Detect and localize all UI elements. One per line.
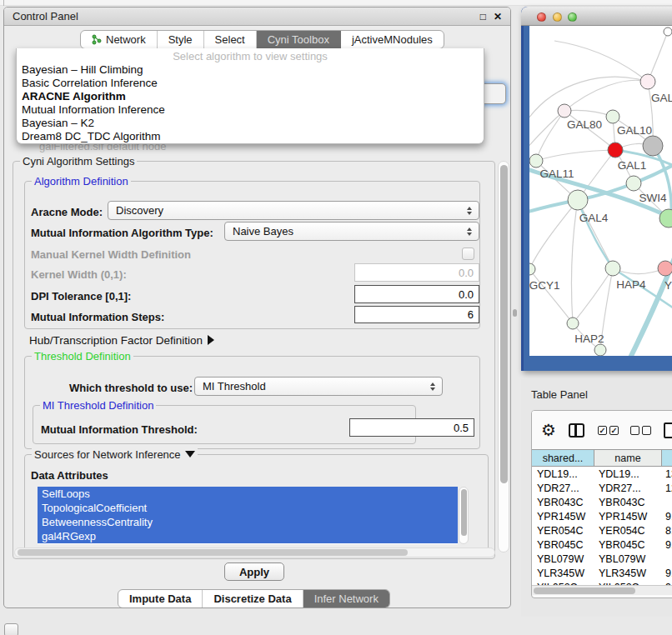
algorithm-option[interactable]: Basic Correlation Inference [17,77,484,90]
tab-impute-data[interactable]: Impute Data [118,590,203,608]
dpi-tolerance-field[interactable]: 0.0 [354,285,479,303]
network-edge[interactable] [564,80,648,111]
network-edge[interactable] [536,150,615,161]
mac-zoom-button[interactable] [568,12,577,22]
table-row[interactable]: YBR045CYBR045C9. [532,538,672,552]
node-label: GAL4 [579,212,609,224]
close-window-icon[interactable]: ✕ [494,11,502,22]
table-row[interactable]: YBR043CYBR043C [532,495,672,509]
tab-jactivemnodules[interactable]: jActiveMNodules [341,31,444,48]
table-toolbar: ⚙ ✓ ✓ [532,411,672,449]
table-row[interactable]: YDL19...YDL19...13 [532,467,672,481]
network-canvas[interactable]: GALGAL80GAL10GAL1GAL11SWI4GAL4GCY1HAP4YH… [529,26,672,356]
algorithm-option[interactable]: Bayesian – K2 [17,117,484,130]
mac-minimize-button[interactable] [553,12,562,22]
tab-discretize-data[interactable]: Discretize Data [203,590,303,608]
table-panel-title: Table Panel [531,388,588,401]
apply-button[interactable]: Apply [224,562,284,581]
network-node-gal80[interactable] [558,104,571,118]
mi-threshold-field[interactable]: 0.5 [349,418,474,437]
table-row[interactable]: YER054CYER054C8. [532,523,672,538]
attribute-item[interactable]: TopologicalCoefficient [38,501,458,515]
network-node-hap4[interactable] [605,261,620,276]
cyni-settings-title: Cyni Algorithm Settings [20,155,137,168]
column-layout-button[interactable] [569,423,584,438]
column-header[interactable]: name [594,450,662,466]
column-header[interactable]: A [662,450,672,466]
network-edge[interactable] [573,268,613,323]
table-cell: YDL19... [594,468,662,480]
mac-close-button[interactable] [537,12,546,22]
which-threshold-combo[interactable]: MI Threshold [194,377,443,396]
new-table-button[interactable] [664,422,672,438]
aracne-mode-combo[interactable]: Discovery [108,201,479,220]
table-cell: 9. [662,511,672,522]
algorithm-option[interactable]: Mutual Information Inference [17,103,484,117]
network-edge[interactable] [529,269,573,323]
aracne-mode-label: Aracne Mode: [31,206,103,218]
tab-network[interactable]: Network [81,31,158,48]
mi-type-value: Naive Bayes [233,225,463,238]
table-row[interactable]: YPR145WYPR145W9. [532,509,672,523]
dropdown-prompt: Select algorithm to view settings [17,50,484,63]
network-node-gal1[interactable] [608,142,623,158]
table-row[interactable]: YDR27...YDR27...12 [532,481,672,495]
bottom-left-grip-button[interactable] [4,623,18,635]
network-node-gal[interactable] [640,74,655,89]
network-node-y[interactable] [658,261,672,276]
attribute-item[interactable]: SelfLoops [38,487,458,501]
table-horizontal-scrollbar[interactable] [532,585,672,595]
network-node-gal11[interactable] [529,154,543,168]
table-settings-button[interactable]: ⚙ [541,422,556,438]
table-cell: YBL079W [532,553,594,565]
settings-horizontal-scrollbar[interactable] [14,548,495,558]
network-node-gal4[interactable] [568,190,588,210]
panel-divider-handle[interactable] [513,309,517,317]
attributes-list-scrollbar[interactable] [459,487,469,544]
select-all-button[interactable]: ✓ ✓ [598,426,619,435]
network-edge[interactable] [529,77,648,124]
tab-select[interactable]: Select [204,31,257,48]
network-node-swi4[interactable] [626,176,641,191]
network-node-gcy1[interactable] [529,263,535,275]
unchecked-box-icon [642,426,651,435]
hub-definition-toggle[interactable]: Hub/Transcription Factor Definition [29,334,214,347]
attribute-item[interactable]: BetweennessCentrality [38,515,458,529]
tab-style[interactable]: Style [158,31,204,48]
float-window-icon[interactable]: □ [480,11,486,22]
network-node[interactable] [643,136,663,156]
algorithm-option[interactable]: ARACNE Algorithm [17,90,484,103]
manual-kernel-checkbox[interactable] [462,248,474,260]
mi-type-combo[interactable]: Naive Bayes [224,222,479,241]
kernel-width-field[interactable]: 0.0 [354,263,479,282]
table-cell: YLR345W [594,568,662,579]
sources-title-wrap[interactable]: Sources for Network Inference [32,448,198,461]
attribute-item[interactable]: gal4RGexp [38,529,458,543]
deselect-all-button[interactable] [630,426,651,435]
network-node[interactable] [664,28,672,36]
network-window-titlebar[interactable] [521,7,672,26]
network-node[interactable] [594,344,606,356]
column-header[interactable]: shared... [532,450,594,466]
network-edge[interactable] [648,32,668,82]
network-edge[interactable] [564,110,613,117]
network-node-gal10[interactable] [606,110,619,123]
algorithm-option[interactable]: Bayesian – Hill Climbing [17,63,484,77]
network-edge[interactable] [529,111,564,151]
tab-cyni-toolbox[interactable]: Cyni Toolbox [257,31,341,48]
network-node-hap2[interactable] [567,318,579,329]
top-strip [0,0,672,6]
settings-vertical-scrollbar[interactable] [498,161,509,552]
table-row[interactable]: YLR345WYLR345W9. [532,566,672,580]
network-edge[interactable] [571,200,578,323]
screen: Control Panel □ ✕ Network Style S [0,0,672,635]
table-row[interactable]: YBL079WYBL079W [532,552,672,566]
network-edge[interactable] [536,111,564,161]
network-edge[interactable] [578,200,613,268]
network-edge[interactable] [554,41,648,82]
algorithm-definition-title: Algorithm Definition [32,175,131,188]
algorithm-option[interactable]: Dream8 DC_TDC Algorithm [17,130,484,143]
network-edge-highlighted[interactable] [653,146,671,218]
mi-steps-field[interactable]: 6 [354,306,479,323]
tab-infer-network[interactable]: Infer Network [303,590,389,608]
